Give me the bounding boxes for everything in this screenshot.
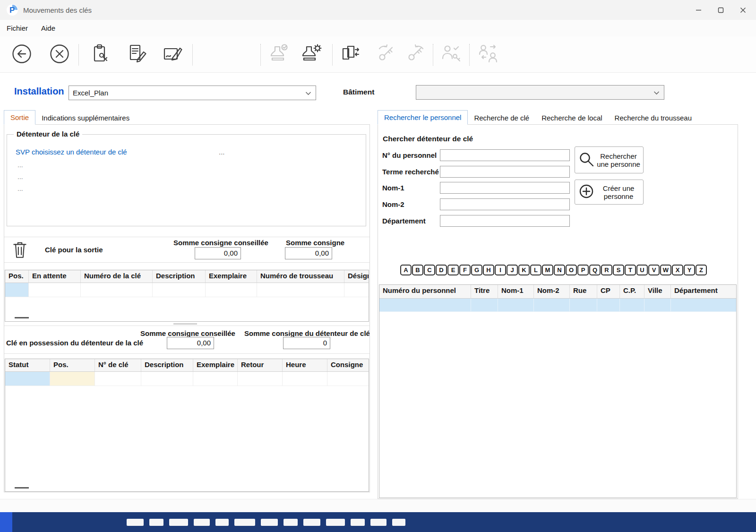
table-row[interactable]	[5, 372, 369, 386]
installation-combobox[interactable]: Excel_Plan	[69, 86, 316, 100]
nom1-input[interactable]	[440, 182, 570, 194]
menu-aide[interactable]: Aide	[34, 20, 62, 36]
alpha-button[interactable]: E	[447, 265, 459, 275]
signature-button[interactable]	[160, 42, 185, 68]
column-header: Numéro de la clé	[81, 270, 153, 283]
alpha-button[interactable]: J	[507, 265, 518, 275]
taskbar-item[interactable]	[392, 519, 405, 526]
alpha-button[interactable]: U	[636, 265, 648, 275]
tab-rechercher-personnel[interactable]: Rechercher le personnel	[378, 110, 468, 125]
somme-detenteur-field[interactable]: 0	[283, 337, 330, 349]
personnel-results-table: Numéro du personnel Titre Nom-1 Nom-2 Ru…	[379, 284, 737, 498]
key-return-button[interactable]	[374, 42, 399, 68]
installation-label: Installation	[14, 86, 64, 97]
alpha-button[interactable]: K	[518, 265, 530, 275]
horizontal-scrollbar-thumb[interactable]	[15, 317, 29, 318]
somme-conseillee-field[interactable]: 0,00	[195, 247, 241, 259]
tab-recherche-cle[interactable]: Recherche de clé	[468, 111, 535, 125]
alpha-button[interactable]: H	[483, 265, 494, 275]
alpha-button[interactable]: P	[577, 265, 589, 275]
horizontal-scrollbar-thumb[interactable]	[15, 487, 29, 489]
alpha-button[interactable]: D	[436, 265, 447, 275]
back-button[interactable]	[9, 42, 34, 68]
splitter-grip[interactable]	[173, 323, 197, 325]
detenteur-prompt-link[interactable]: SVP choisissez un détenteur de clé	[16, 148, 127, 156]
taskbar-item[interactable]	[261, 519, 278, 526]
nom2-input[interactable]	[440, 198, 570, 210]
somme-consigne-field[interactable]: 0,00	[285, 247, 332, 259]
tab-sortie[interactable]: Sortie	[4, 110, 35, 125]
document-edit-button[interactable]	[124, 42, 150, 68]
alpha-button[interactable]: A	[400, 265, 412, 275]
transfer-columns-button[interactable]	[337, 42, 362, 68]
browse-detenteur-button[interactable]: ...	[219, 148, 225, 156]
alpha-button[interactable]: R	[601, 265, 612, 275]
taskbar-item[interactable]	[234, 519, 255, 526]
minimize-button[interactable]	[687, 0, 710, 20]
cancel-button[interactable]	[47, 42, 72, 68]
table-row[interactable]	[5, 283, 369, 297]
personnel-number-label: N° du personnel	[382, 151, 437, 159]
taskbar-item[interactable]	[149, 519, 163, 526]
alpha-button[interactable]: X	[672, 265, 683, 275]
taskbar-item[interactable]	[194, 519, 210, 526]
alpha-button[interactable]: C	[424, 265, 435, 275]
table-header: Pos. En attente Numéro de la clé Descrip…	[5, 270, 369, 283]
taskbar-item[interactable]	[351, 519, 365, 526]
person-key-check-button[interactable]	[437, 42, 463, 68]
alphabet-filter: A B C D E F G H I J K L M N O P Q R S T …	[400, 265, 707, 275]
alpha-button[interactable]: L	[530, 265, 541, 275]
cancel-icon	[48, 43, 71, 67]
cle-sortie-table: Pos. En attente Numéro de la clé Descrip…	[5, 270, 369, 322]
alpha-button[interactable]: B	[412, 265, 423, 275]
alpha-button[interactable]: T	[625, 265, 636, 275]
alpha-button[interactable]: Q	[589, 265, 601, 275]
taskbar-item[interactable]	[127, 519, 144, 526]
trash-icon[interactable]	[12, 240, 28, 261]
somme-conseillee-field-2[interactable]: 0,00	[167, 337, 214, 349]
people-transfer-button[interactable]	[475, 42, 500, 68]
personnel-number-input[interactable]	[440, 149, 570, 161]
close-button[interactable]	[732, 0, 754, 20]
batiment-combobox[interactable]	[416, 85, 664, 100]
alpha-button[interactable]: M	[542, 265, 553, 275]
taskbar-item[interactable]	[215, 519, 229, 526]
alpha-button[interactable]: V	[648, 265, 660, 275]
menu-fichier[interactable]: Fichier	[0, 20, 34, 36]
alpha-button[interactable]: I	[495, 265, 506, 275]
column-header: Département	[671, 285, 737, 298]
column-header: N° de clé	[95, 359, 141, 371]
taskbar-item[interactable]	[169, 519, 188, 526]
taskbar-item[interactable]	[370, 519, 387, 526]
alpha-button[interactable]: F	[459, 265, 471, 275]
taskbar	[0, 512, 756, 532]
alpha-button[interactable]: Y	[684, 265, 695, 275]
tab-recherche-local[interactable]: Recherche de local	[535, 111, 608, 125]
table-row[interactable]	[379, 299, 736, 312]
key-return-icon	[375, 43, 398, 67]
alpha-button[interactable]: N	[554, 265, 565, 275]
taskbar-item[interactable]	[326, 519, 345, 526]
search-person-button[interactable]: Rechercher une personne	[575, 146, 644, 173]
alpha-button[interactable]: W	[660, 265, 671, 275]
maximize-button[interactable]	[710, 0, 732, 20]
departement-input[interactable]	[440, 215, 570, 227]
tab-recherche-trousseau[interactable]: Recherche du trousseau	[609, 111, 698, 125]
alpha-button[interactable]: Z	[696, 265, 707, 275]
taskbar-item[interactable]	[284, 519, 298, 526]
nom2-label: Nom-2	[382, 200, 404, 208]
search-term-input[interactable]	[440, 166, 570, 178]
taskbar-item[interactable]	[303, 519, 320, 526]
create-person-button[interactable]: Créer une personne	[575, 180, 644, 205]
alpha-button[interactable]: G	[471, 265, 482, 275]
key-out-button[interactable]	[403, 42, 429, 68]
alpha-button[interactable]: S	[613, 265, 624, 275]
possession-table: Statut Pos. N° de clé Description Exempl…	[5, 359, 369, 492]
clipboard-key-button[interactable]	[87, 42, 113, 68]
tab-indications-supplementaires[interactable]: Indications supplémentaires	[35, 111, 136, 125]
personnel-search-pane: Chercher détenteur de clé N° du personne…	[378, 124, 738, 499]
alpha-button[interactable]: O	[566, 265, 577, 275]
stamp-settings-button[interactable]	[298, 42, 323, 68]
column-header: Pos.	[50, 359, 95, 371]
stamp-validate-button[interactable]	[265, 42, 291, 68]
